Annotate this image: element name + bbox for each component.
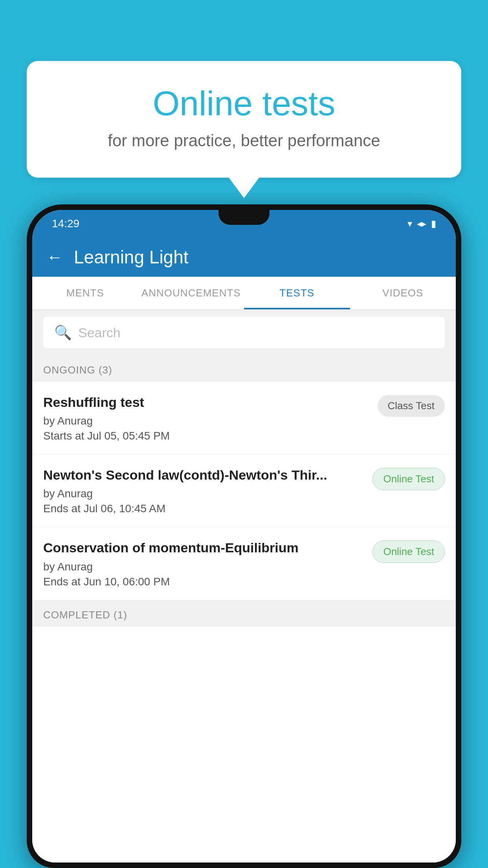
status-icons: ▾ ◂▸ ▮: [407, 218, 436, 229]
test-info-3: Conservation of momentum-Equilibrium by …: [43, 539, 366, 588]
ongoing-section-header: ONGOING (3): [32, 355, 456, 382]
test-item-3[interactable]: Conservation of momentum-Equilibrium by …: [32, 527, 456, 600]
test-author-1: by Anurag: [43, 415, 371, 427]
phone-screen: 14:29 ▾ ◂▸ ▮ ← Learning Light MENTS ANNO…: [32, 210, 456, 862]
search-bar[interactable]: 🔍 Search: [43, 317, 445, 348]
tab-announcements[interactable]: ANNOUNCEMENTS: [138, 277, 244, 309]
test-time-3: Ends at Jun 10, 06:00 PM: [43, 576, 366, 588]
test-item-2[interactable]: Newton's Second law(contd)-Newton's Thir…: [32, 454, 456, 527]
test-name-1: Reshuffling test: [43, 394, 371, 411]
test-time-2: Ends at Jul 06, 10:45 AM: [43, 502, 366, 515]
status-bar: 14:29 ▾ ◂▸ ▮: [32, 210, 456, 237]
test-badge-1: Class Test: [378, 395, 445, 417]
app-bar: ← Learning Light: [32, 237, 456, 277]
tabs-bar: MENTS ANNOUNCEMENTS TESTS VIDEOS: [32, 277, 456, 310]
bubble-title: Online tests: [50, 85, 438, 123]
status-time: 14:29: [52, 217, 79, 230]
test-name-3: Conservation of momentum-Equilibrium: [43, 539, 366, 556]
battery-icon: ▮: [431, 218, 436, 229]
bubble-subtitle: for more practice, better performance: [50, 131, 438, 150]
search-icon: 🔍: [54, 324, 72, 341]
wifi-icon: ▾: [407, 218, 412, 229]
test-item-1[interactable]: Reshuffling test by Anurag Starts at Jul…: [32, 382, 456, 454]
test-time-1: Starts at Jul 05, 05:45 PM: [43, 430, 371, 442]
speech-bubble: Online tests for more practice, better p…: [27, 61, 461, 178]
signal-icon: ◂▸: [417, 218, 426, 229]
test-name-2: Newton's Second law(contd)-Newton's Thir…: [43, 466, 366, 484]
app-title: Learning Light: [74, 246, 189, 268]
completed-section-header: COMPLETED (1): [32, 600, 456, 627]
search-input[interactable]: Search: [78, 325, 121, 340]
search-container: 🔍 Search: [32, 310, 456, 355]
test-badge-3: Online Test: [372, 541, 445, 563]
test-author-2: by Anurag: [43, 487, 366, 500]
tab-tests[interactable]: TESTS: [244, 277, 350, 309]
test-badge-2: Online Test: [372, 468, 445, 490]
test-info-2: Newton's Second law(contd)-Newton's Thir…: [43, 466, 366, 515]
notch: [218, 210, 270, 225]
test-author-3: by Anurag: [43, 561, 366, 573]
test-info-1: Reshuffling test by Anurag Starts at Jul…: [43, 394, 371, 442]
back-button[interactable]: ←: [46, 248, 63, 267]
phone-frame: 14:29 ▾ ◂▸ ▮ ← Learning Light MENTS ANNO…: [27, 204, 461, 868]
test-list: Reshuffling test by Anurag Starts at Jul…: [32, 382, 456, 862]
tab-ments[interactable]: MENTS: [32, 277, 138, 309]
tab-videos[interactable]: VIDEOS: [350, 277, 456, 309]
